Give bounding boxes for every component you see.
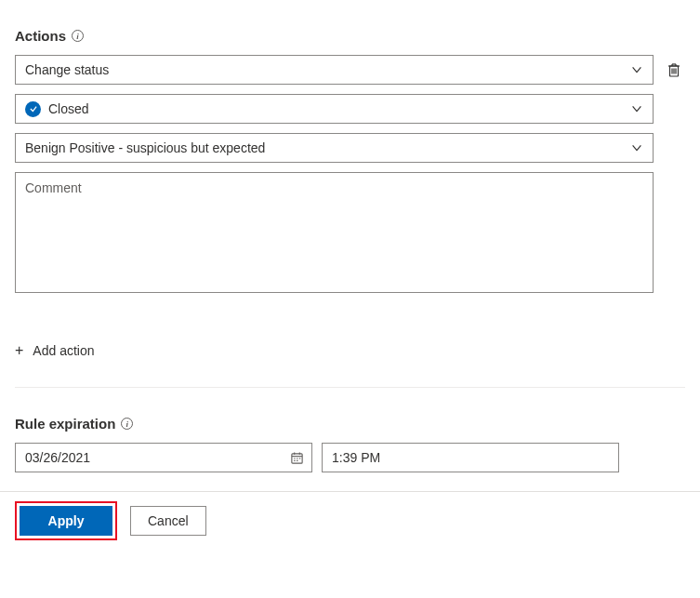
expiration-time-value: 1:39 PM bbox=[332, 450, 611, 465]
rule-expiration-label: Rule expiration i bbox=[15, 416, 685, 432]
classification-dropdown[interactable]: Benign Positive - suspicious but expecte… bbox=[15, 133, 654, 163]
actions-label: Actions i bbox=[15, 28, 685, 44]
cancel-button[interactable]: Cancel bbox=[130, 506, 206, 536]
apply-button[interactable]: Apply bbox=[20, 506, 112, 536]
expiration-date-value: 03/26/2021 bbox=[25, 450, 284, 465]
change-status-dropdown[interactable]: Change status bbox=[15, 55, 654, 85]
chevron-down-icon bbox=[628, 100, 645, 117]
rule-expiration-text: Rule expiration bbox=[15, 416, 115, 432]
info-icon[interactable]: i bbox=[121, 418, 133, 430]
actions-label-text: Actions bbox=[15, 28, 66, 44]
info-icon[interactable]: i bbox=[72, 30, 84, 42]
calendar-icon[interactable] bbox=[289, 450, 304, 465]
apply-highlight: Apply bbox=[15, 501, 117, 540]
divider bbox=[15, 387, 685, 388]
comment-input[interactable] bbox=[15, 172, 654, 293]
footer: Apply Cancel bbox=[15, 501, 685, 540]
expiration-time-field[interactable]: 1:39 PM bbox=[322, 443, 619, 472]
expiration-date-field[interactable]: 03/26/2021 bbox=[15, 443, 312, 472]
status-dropdown[interactable]: Closed bbox=[15, 94, 654, 124]
change-status-label: Change status bbox=[25, 62, 621, 77]
status-label: Closed bbox=[48, 101, 621, 116]
chevron-down-icon bbox=[628, 61, 645, 78]
add-action-button[interactable]: + Add action bbox=[15, 342, 685, 359]
check-icon bbox=[25, 101, 41, 117]
add-action-label: Add action bbox=[33, 343, 94, 358]
classification-label: Benign Positive - suspicious but expecte… bbox=[25, 140, 621, 155]
footer-divider bbox=[0, 491, 700, 492]
plus-icon: + bbox=[15, 342, 23, 359]
chevron-down-icon bbox=[628, 140, 645, 156]
delete-action-button[interactable] bbox=[663, 55, 685, 85]
